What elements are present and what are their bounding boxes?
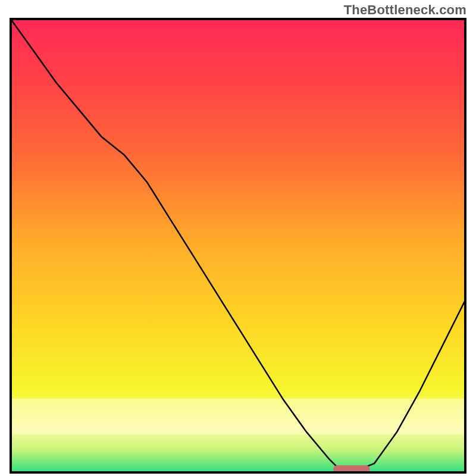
lower-band	[11, 399, 465, 434]
bottleneck-chart	[10, 18, 466, 474]
watermark-text: TheBottleneck.com	[344, 2, 466, 18]
